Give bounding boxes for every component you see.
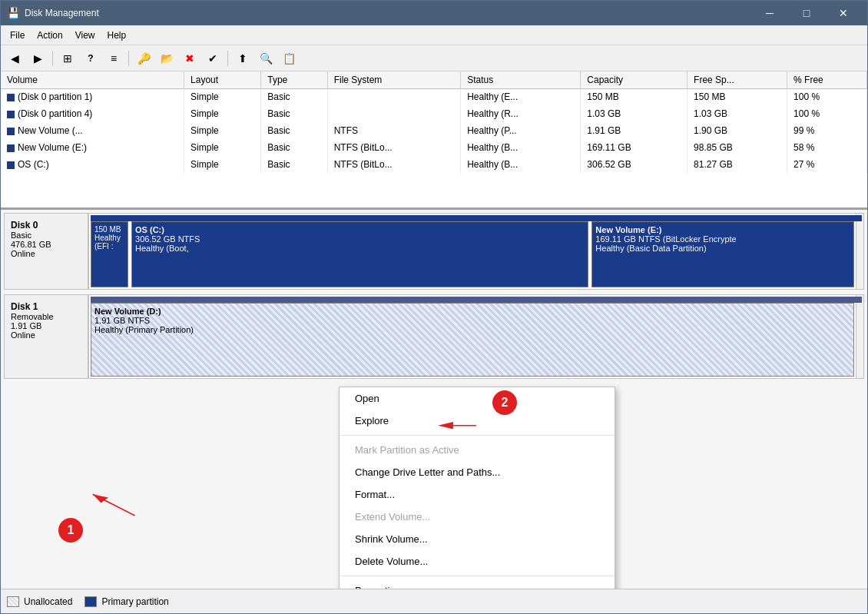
cell-free: 1.03 GB xyxy=(687,105,787,122)
legend-primary-label: Primary partition xyxy=(101,596,168,607)
ctx-item-properties[interactable]: Properties xyxy=(340,579,615,589)
disk0-status: Online xyxy=(11,249,35,258)
cell-layout: Simple xyxy=(184,156,261,173)
search-button[interactable]: 🔍 xyxy=(255,48,277,68)
disk0-type: Basic xyxy=(11,231,31,240)
cell-capacity: 1.03 GB xyxy=(581,105,687,122)
table-row[interactable]: New Volume (... Simple Basic NTFS Health… xyxy=(1,122,867,139)
disk-area: Disk 0 Basic 476.81 GB Online 150 MB Hea… xyxy=(1,210,867,589)
properties-button[interactable]: ≡ xyxy=(103,48,124,68)
cell-status: Healthy (P... xyxy=(461,122,581,139)
cell-volume: New Volume (... xyxy=(1,122,184,139)
status-bar: Unallocated Primary partition xyxy=(1,589,867,613)
cell-type: Basic xyxy=(261,156,327,173)
cell-volume: (Disk 0 partition 4) xyxy=(1,105,184,122)
back-button[interactable]: ◀ xyxy=(4,48,25,68)
disk0-partition-e[interactable]: New Volume (E:) 169.11 GB NTFS (BitLocke… xyxy=(591,221,854,287)
ctx-item-explore[interactable]: Explore xyxy=(340,410,615,432)
cell-capacity: 169.11 GB xyxy=(581,139,687,156)
disk0-partition-c[interactable]: OS (C:) 306.52 GB NTFS Healthy (Boot, xyxy=(131,221,588,287)
table-row[interactable]: OS (C:) Simple Basic NTFS (BitLo... Heal… xyxy=(1,156,867,173)
cell-volume: OS (C:) xyxy=(1,156,184,173)
cell-pct: 58 % xyxy=(787,139,867,156)
check-button[interactable]: ✔ xyxy=(202,48,224,68)
help-button[interactable]: ? xyxy=(80,48,101,68)
cell-layout: Simple xyxy=(184,88,261,105)
cell-fs: NTFS xyxy=(327,122,461,139)
cell-fs: NTFS (BitLo... xyxy=(327,139,461,156)
annotation-2: 2 xyxy=(492,390,517,415)
disk0-partition-efi[interactable]: 150 MB Healthy (EFI : xyxy=(91,221,128,287)
legend-primary: Primary partition xyxy=(84,596,168,607)
cell-layout: Simple xyxy=(184,139,261,156)
disk0-row: Disk 0 Basic 476.81 GB Online 150 MB Hea… xyxy=(4,213,864,290)
disk1-label: Disk 1 Removable 1.91 GB Online xyxy=(5,295,89,378)
table-row[interactable]: (Disk 0 partition 4) Simple Basic Health… xyxy=(1,105,867,122)
cell-layout: Simple xyxy=(184,122,261,139)
disk1-name: Disk 1 xyxy=(11,301,38,312)
cell-free: 98.85 GB xyxy=(687,139,787,156)
disk0-size: 476.81 GB xyxy=(11,240,51,249)
cell-free: 150 MB xyxy=(687,88,787,105)
window-title: Disk Management xyxy=(25,8,752,18)
ctx-separator xyxy=(340,576,615,576)
menu-view[interactable]: View xyxy=(69,28,101,43)
menu-file[interactable]: File xyxy=(4,28,31,43)
disk0-name: Disk 0 xyxy=(11,220,38,231)
col-status: Status xyxy=(461,71,581,88)
table-row[interactable]: New Volume (E:) Simple Basic NTFS (BitLo… xyxy=(1,139,867,156)
col-capacity: Capacity xyxy=(581,71,687,88)
disk1-partitions: New Volume (D:) 1.91 GB NTFS Healthy (Pr… xyxy=(89,295,863,378)
disk1-row: Disk 1 Removable 1.91 GB Online New Volu… xyxy=(4,294,864,379)
col-volume: Volume xyxy=(1,71,184,88)
forward-button[interactable]: ▶ xyxy=(27,48,48,68)
volume-table: Volume Layout Type File System Status Ca… xyxy=(1,71,867,173)
menu-help[interactable]: Help xyxy=(101,28,133,43)
cell-status: Healthy (B... xyxy=(461,156,581,173)
folder-button[interactable]: 📂 xyxy=(156,48,177,68)
legend-primary-box xyxy=(84,596,97,607)
cell-type: Basic xyxy=(261,139,327,156)
cell-pct: 100 % xyxy=(787,88,867,105)
window-controls: ─ □ ✕ xyxy=(752,1,861,25)
disk1-type: Removable xyxy=(11,312,54,321)
cell-capacity: 150 MB xyxy=(581,88,687,105)
cell-free: 81.27 GB xyxy=(687,156,787,173)
disk0-label: Disk 0 Basic 476.81 GB Online xyxy=(5,214,89,289)
cell-capacity: 306.52 GB xyxy=(581,156,687,173)
cell-status: Healthy (E... xyxy=(461,88,581,105)
show-grid-button[interactable]: ⊞ xyxy=(57,48,78,68)
clipboard-button[interactable]: 📋 xyxy=(278,48,300,68)
key-button[interactable]: 🔑 xyxy=(133,48,154,68)
col-pct: % Free xyxy=(787,71,867,88)
ctx-item-change-drive-letter-and-paths[interactable]: Change Drive Letter and Paths... xyxy=(340,461,615,483)
legend-unallocated-label: Unallocated xyxy=(24,596,72,607)
maximize-button[interactable]: □ xyxy=(789,1,824,25)
title-bar: 💾 Disk Management ─ □ ✕ xyxy=(1,1,867,25)
cell-pct: 27 % xyxy=(787,156,867,173)
ctx-item-mark-partition-as-active: Mark Partition as Active xyxy=(340,439,615,461)
ctx-item-open[interactable]: Open xyxy=(340,387,615,410)
cell-type: Basic xyxy=(261,105,327,122)
col-fs: File System xyxy=(327,71,461,88)
delete-button[interactable]: ✖ xyxy=(179,48,200,68)
up-button[interactable]: ⬆ xyxy=(232,48,253,68)
disk1-partition-d[interactable]: New Volume (D:) 1.91 GB NTFS Healthy (Pr… xyxy=(91,303,854,377)
cell-type: Basic xyxy=(261,88,327,105)
window: 💾 Disk Management ─ □ ✕ File Action View… xyxy=(0,0,868,614)
cell-pct: 100 % xyxy=(787,105,867,122)
cell-layout: Simple xyxy=(184,105,261,122)
ctx-item-shrink-volume[interactable]: Shrink Volume... xyxy=(340,528,615,550)
cell-fs xyxy=(327,88,461,105)
disk0-partitions: 150 MB Healthy (EFI : OS (C:) 306.52 GB … xyxy=(89,214,863,289)
close-button[interactable]: ✕ xyxy=(826,1,861,25)
col-layout: Layout xyxy=(184,71,261,88)
cell-capacity: 1.91 GB xyxy=(581,122,687,139)
ctx-item-format[interactable]: Format... xyxy=(340,483,615,506)
cell-type: Basic xyxy=(261,122,327,139)
menu-action[interactable]: Action xyxy=(31,28,68,43)
table-row[interactable]: (Disk 0 partition 1) Simple Basic Health… xyxy=(1,88,867,105)
minimize-button[interactable]: ─ xyxy=(752,1,787,25)
ctx-item-delete-volume[interactable]: Delete Volume... xyxy=(340,550,615,573)
ctx-item-extend-volume: Extend Volume... xyxy=(340,506,615,528)
